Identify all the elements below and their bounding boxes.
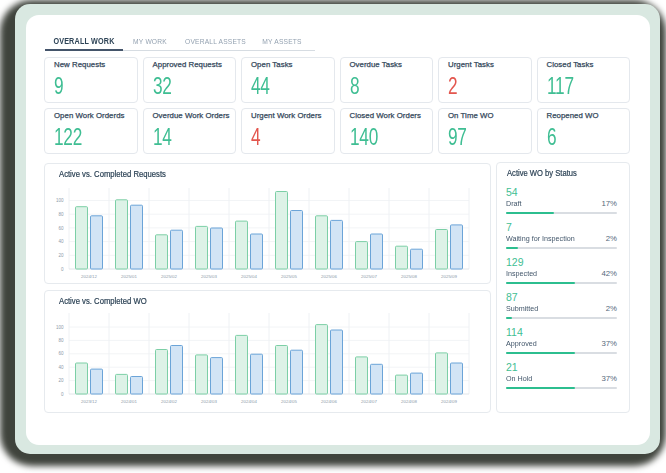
svg-text:2025/07: 2025/07 <box>361 274 377 279</box>
svg-text:60: 60 <box>58 226 64 231</box>
svg-text:2024/01: 2024/01 <box>121 399 137 404</box>
svg-text:2025/03: 2025/03 <box>201 274 217 279</box>
svg-text:2025/09: 2025/09 <box>441 274 457 279</box>
svg-text:2024/02: 2024/02 <box>161 399 177 404</box>
svg-text:80: 80 <box>58 338 64 343</box>
svg-text:0: 0 <box>61 392 64 397</box>
svg-text:40: 40 <box>58 239 64 244</box>
svg-text:2024/05: 2024/05 <box>281 399 297 404</box>
svg-text:2025/06: 2025/06 <box>321 274 337 279</box>
svg-text:2023/12: 2023/12 <box>81 399 97 404</box>
svg-text:2024/12: 2024/12 <box>81 274 97 279</box>
svg-text:2024/06: 2024/06 <box>321 399 337 404</box>
svg-text:2024/03: 2024/03 <box>201 399 217 404</box>
svg-text:40: 40 <box>58 365 64 370</box>
svg-text:2025/02: 2025/02 <box>161 274 177 279</box>
svg-text:80: 80 <box>58 212 64 217</box>
svg-text:60: 60 <box>58 351 64 356</box>
svg-text:20: 20 <box>58 253 64 258</box>
svg-text:2025/01: 2025/01 <box>121 274 137 279</box>
svg-text:0: 0 <box>61 267 64 272</box>
svg-text:20: 20 <box>58 378 64 383</box>
svg-text:2025/04: 2025/04 <box>241 274 257 279</box>
svg-text:2024/04: 2024/04 <box>241 399 257 404</box>
svg-text:2024/08: 2024/08 <box>401 399 417 404</box>
svg-text:2025/05: 2025/05 <box>281 274 297 279</box>
svg-text:100: 100 <box>56 325 64 330</box>
svg-text:100: 100 <box>56 198 64 203</box>
svg-text:2024/07: 2024/07 <box>361 399 377 404</box>
svg-text:2025/08: 2025/08 <box>401 274 417 279</box>
svg-text:2024/09: 2024/09 <box>441 399 457 404</box>
